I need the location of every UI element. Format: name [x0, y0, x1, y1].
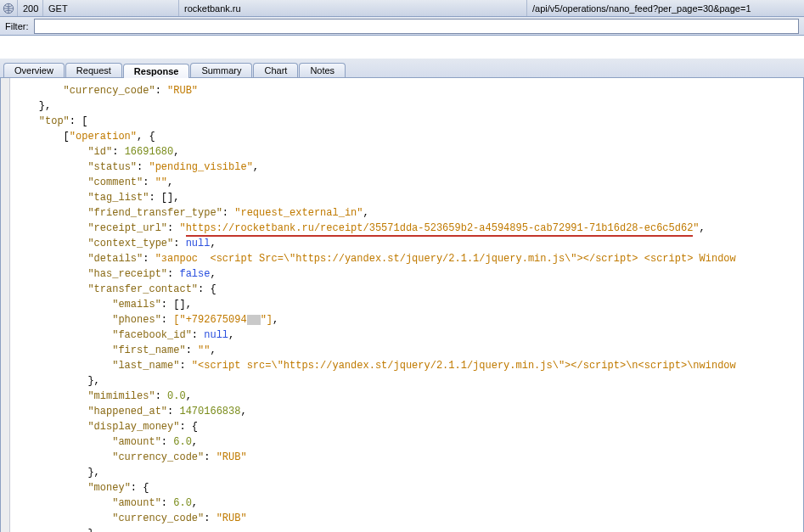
status-code: 200	[17, 0, 42, 16]
tab-overview[interactable]: Overview	[3, 63, 65, 77]
host: rocketbank.ru	[178, 0, 526, 16]
response-pane: "currency_code": "RUB" }, "top": [ ["ope…	[0, 78, 804, 532]
filter-input[interactable]	[34, 19, 800, 34]
tab-bar: Overview Request Response Summary Chart …	[0, 58, 804, 78]
tab-summary[interactable]: Summary	[190, 63, 252, 77]
fold-gutter	[1, 78, 10, 532]
http-method: GET	[42, 0, 178, 16]
tab-request[interactable]: Request	[65, 63, 122, 77]
redacted-phone-digits	[247, 315, 261, 325]
globe-icon	[0, 0, 17, 16]
filter-label: Filter:	[5, 21, 29, 31]
path: /api/v5/operations/nano_feed?per_page=30…	[526, 0, 804, 16]
receipt-url-underlined: https://rocketbank.ru/receipt/35571dda-5…	[186, 222, 694, 237]
filter-bar: Filter:	[0, 17, 804, 36]
tab-response[interactable]: Response	[123, 64, 190, 78]
tab-chart[interactable]: Chart	[253, 63, 298, 77]
request-info-bar: 200 GET rocketbank.ru /api/v5/operations…	[0, 0, 804, 17]
tab-notes[interactable]: Notes	[299, 63, 346, 77]
json-body: "currency_code": "RUB" }, "top": [ ["ope…	[1, 78, 803, 532]
